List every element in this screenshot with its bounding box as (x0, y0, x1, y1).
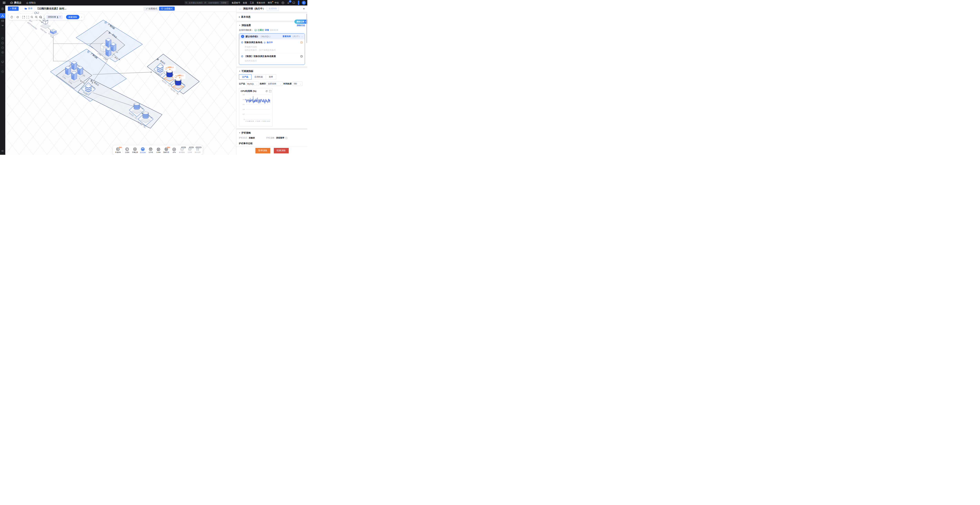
action-group-header[interactable]: 1 默认动作组1 （MySQL） 查看实例 （共1个） ⌄ (239, 33, 305, 40)
pause-drill-button[interactable]: 暂停演练 (255, 148, 270, 153)
back-arrow-icon[interactable]: ← (239, 7, 242, 10)
nav-billing[interactable]: 费用 (268, 2, 272, 4)
dock-item-chatbi[interactable]: ChatBI (154, 148, 162, 153)
product-select[interactable]: MySQL⌄ (246, 81, 259, 86)
console-link[interactable]: 控制台 (26, 2, 36, 4)
fullscreen-icon[interactable] (27, 16, 29, 18)
new-button[interactable]: + 新建 (8, 6, 19, 11)
collapsed-panel-handle[interactable] (298, 1, 299, 5)
app-window: 腾讯云 控制台 快捷键 / 集团账号 备案 工具 客服支持 费用 中文 2 (0, 0, 307, 155)
catalog-button[interactable]: 目录 (23, 6, 34, 11)
tab-alarm[interactable]: 告警 (266, 75, 276, 79)
caret-down-icon[interactable]: ▼ (239, 132, 240, 134)
help-question-icon[interactable]: ? (285, 137, 287, 139)
caret-down-icon[interactable]: ▼ (239, 24, 240, 26)
dock-item-chaos-drill-active[interactable]: 混沌演练 (139, 147, 147, 154)
voice-assistant-icon[interactable] (282, 2, 285, 4)
zoom-out-icon[interactable] (30, 16, 33, 18)
rotate-2d-icon[interactable]: 2D (16, 16, 19, 18)
govern-mode-button[interactable]: 治理模式 (159, 7, 175, 11)
action-group-card: 1 默认动作组1 （MySQL） 查看实例 （共1个） ⌄ 切换实例主备角色 执… (239, 33, 305, 65)
brand-logo[interactable]: 腾讯云 (10, 1, 22, 5)
sidebar-app-capacity-icon[interactable] (0, 41, 5, 45)
drill-log-link[interactable]: 演练日志 (297, 24, 305, 27)
caret-down-icon[interactable]: ▼ (239, 70, 240, 72)
instance-select[interactable]: 全部实例⌄ (267, 81, 282, 86)
chatbi-icon (157, 148, 160, 151)
metrics-filters: 云产品 MySQL⌄ 实例ID 全部实例⌄ 时间粒度 5秒⌄ (239, 81, 305, 86)
new-drill-button[interactable]: 新建演练 (66, 15, 80, 19)
node-clb[interactable]: CLB (48, 29, 59, 38)
dock-item-capacity-monitor[interactable]: 容量监测 (131, 147, 139, 153)
hamburger-menu-icon[interactable] (3, 2, 5, 4)
panel-scrollbar[interactable] (306, 14, 307, 43)
svg-text:故障注入: 故障注入 (167, 67, 174, 68)
action-log-text: 动作尚未执行 (239, 58, 305, 65)
cpu-utilization-chart[interactable]: 00.71.42.12.83.517:03:4517:18:3517:33:25… (241, 93, 271, 125)
global-search[interactable]: 快捷键 / (185, 1, 229, 5)
sidebar-app-chaos-icon[interactable] (0, 45, 5, 50)
nav-support[interactable]: 客服支持 (256, 2, 265, 4)
granularity-select[interactable]: 5秒⌄ (293, 81, 302, 86)
nav-tools[interactable]: 工具 (250, 2, 254, 4)
refresh-icon[interactable] (266, 90, 268, 92)
draw-mode-button[interactable]: 绘图模式 (144, 7, 159, 11)
tools-divider (14, 16, 15, 18)
drill-task-counter[interactable]: 演练任务 1 个 (46, 15, 63, 19)
section-gap (237, 67, 307, 68)
fit-view-icon[interactable] (22, 16, 25, 18)
action-ring-icon (241, 55, 243, 57)
env-detail-link[interactable]: 详情 (265, 29, 269, 32)
node-dns-pod[interactable]: DNS DNS Pod (40, 18, 51, 34)
guardrail-policy-value: 演练暂停 (276, 137, 285, 139)
beta-badge: Beta (119, 146, 122, 148)
caret-right-icon: ▶ (239, 16, 240, 18)
dock-item-plan-management[interactable]: Beta 预案管理 (162, 147, 170, 153)
pan-hand-icon[interactable] (10, 16, 13, 18)
architecture-canvas[interactable]: 广州六区 广州七区 数据层 数据层 (5, 12, 236, 155)
svg-text:17:33:25: 17:33:25 (255, 121, 260, 122)
dock-item-well-architected[interactable]: Beta 卓越架构 (114, 147, 122, 153)
nav-icp[interactable]: 备案 (243, 2, 247, 4)
global-search-input[interactable] (188, 2, 220, 4)
canvas-search-button[interactable] (38, 14, 43, 20)
nav-language[interactable]: 中文 (275, 2, 279, 4)
action-row-switch[interactable]: 切换实例主备角色 执行中 (239, 40, 305, 44)
sidebar-diagnose-icon[interactable] (0, 69, 5, 74)
close-icon[interactable]: ✕ (303, 7, 305, 10)
sidebar-app-inspection-icon[interactable] (0, 36, 5, 41)
tab-app-performance[interactable]: 应用性能 (251, 75, 266, 79)
collapse-chevron-icon[interactable]: ‹ (81, 16, 83, 18)
env-recheck-link[interactable]: 重新检测 (270, 29, 278, 32)
sidebar-app-escort-icon[interactable] (0, 50, 5, 55)
billing-alert-dot (272, 1, 273, 2)
basic-info-header[interactable]: ▶ 基本信息 (239, 15, 305, 19)
action-row-recover[interactable]: 【恢复】切换实例主备角色恢复 (239, 53, 305, 58)
sidebar-item-report[interactable] (0, 18, 5, 23)
stop-drill-button[interactable]: 结束演练 (274, 148, 289, 153)
generate-report-button[interactable]: 生成报告 (267, 6, 279, 11)
dock-item-apm[interactable]: APM (170, 148, 178, 153)
dock-item-cloud-escort[interactable]: 云护航 (147, 147, 154, 153)
nav-group-account[interactable]: 集团账号 (232, 2, 240, 4)
dock-item-cloud-inspection[interactable]: 云巡检 (123, 147, 131, 153)
expand-icon[interactable] (269, 90, 271, 92)
sidebar-item-branch[interactable] (0, 23, 5, 28)
notification-bell-icon[interactable]: 2 (287, 2, 290, 4)
console-panel-icon[interactable] (293, 2, 295, 4)
dock-item-cloud-diagnose[interactable]: 开发中 云诊断 (186, 147, 194, 153)
svg-text:DNS: DNS (44, 20, 47, 21)
tab-cloud-product[interactable]: 云产品 (239, 75, 251, 79)
chevron-down-icon[interactable]: ⌄ (301, 35, 303, 37)
sidebar-collapse-icon[interactable] (0, 148, 5, 153)
zoom-in-icon[interactable] (35, 16, 38, 18)
svg-text:2D: 2D (18, 16, 18, 17)
dock-item-more-apps[interactable]: 欢迎共创 更多应用 (194, 147, 202, 153)
avatar[interactable]: C (302, 1, 306, 5)
sidebar-account-icon[interactable] (0, 6, 5, 11)
dock-item-health-board[interactable]: 开发中 健康看板 (178, 147, 186, 153)
sidebar-screen-icon[interactable] (0, 60, 5, 64)
view-instances-link[interactable]: 查看实例 (283, 35, 291, 38)
chart-title: CPU利用率 (%) (241, 90, 256, 93)
sidebar-item-architecture-active[interactable] (0, 13, 5, 18)
